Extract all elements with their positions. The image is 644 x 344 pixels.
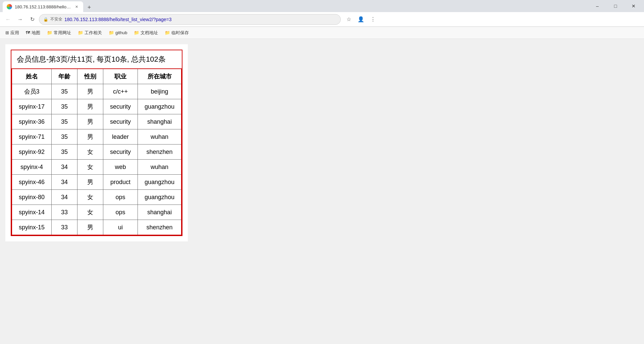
col-header-name: 姓名 [12,69,52,84]
table-body: 会员3 35 男 c/c++ beijing spyinx-17 35 男 se… [12,84,181,235]
folder-icon-4: 📁 [134,30,139,35]
cell-age-2: 35 [52,114,77,129]
page-content: 会员信息-第3页/共11页, 每页10条, 总共102条 姓名 年龄 性别 职业… [5,44,188,241]
forward-button[interactable]: → [15,14,25,25]
table-row: spyinx-15 33 男 ui shenzhen [12,220,181,235]
cell-age-0: 35 [52,84,77,99]
cell-name-0: 会员3 [12,84,52,99]
cell-age-6: 34 [52,175,77,190]
cell-gender-4: 女 [77,145,103,160]
cell-city-9: shenzhen [138,220,182,235]
table-row: spyinx-92 35 女 security shenzhen [12,145,181,160]
cell-age-8: 33 [52,205,77,220]
cell-name-4: spyinx-92 [12,145,52,160]
cell-name-3: spyinx-71 [12,129,52,145]
members-table: 姓名 年龄 性别 职业 所在城市 会员3 35 男 c/c++ beijing … [11,68,182,235]
table-row: spyinx-36 35 男 security shanghai [12,114,181,129]
bookmark-temp-label: 临时保存 [171,30,189,36]
nav-extras: ☆ 👤 ⋮ [343,14,378,25]
cell-gender-3: 男 [77,129,103,145]
bookmark-apps-label: 应用 [10,30,19,36]
bookmark-apps[interactable]: ⊞ 应用 [3,28,22,37]
tab-close-button[interactable]: ✕ [74,4,79,9]
cell-city-8: shanghai [138,205,182,220]
tab-title: 180.76.152.113:8888/hello/tes... [15,4,71,9]
cell-age-9: 33 [52,220,77,235]
maximize-button[interactable]: □ [608,0,623,12]
address-input[interactable] [64,17,336,22]
nav-bar: ← → ↻ 🔒 不安全 ☆ 👤 ⋮ [0,12,644,27]
cell-age-5: 34 [52,160,77,175]
bookmark-docs[interactable]: 📁 文档地址 [131,28,161,37]
col-header-gender: 性别 [77,69,103,84]
col-header-job: 职业 [103,69,138,84]
cell-job-8: ops [103,205,138,220]
cell-city-2: shanghai [138,114,182,129]
menu-button[interactable]: ⋮ [368,14,378,25]
cell-gender-5: 女 [77,160,103,175]
table-container: 会员信息-第3页/共11页, 每页10条, 总共102条 姓名 年龄 性别 职业… [11,50,182,236]
close-button[interactable]: ✕ [626,0,641,12]
not-secure-label: 不安全 [50,16,62,22]
map-icon: 🗺 [26,30,30,35]
table-row: 会员3 35 男 c/c++ beijing [12,84,181,99]
minimize-button[interactable]: – [590,0,605,12]
cell-city-3: wuhan [138,129,182,145]
cell-city-4: shenzhen [138,145,182,160]
cell-gender-0: 男 [77,84,103,99]
table-row: spyinx-80 34 女 ops guangzhou [12,190,181,205]
bookmark-map-label: 地图 [32,30,40,36]
cell-name-1: spyinx-17 [12,99,52,114]
apps-icon: ⊞ [5,30,9,35]
cell-job-4: security [103,145,138,160]
cell-city-1: guangzhou [138,99,182,114]
cell-gender-1: 男 [77,99,103,114]
cell-job-0: c/c++ [103,84,138,99]
bookmark-temp[interactable]: 📁 临时保存 [162,28,192,37]
cell-age-3: 35 [52,129,77,145]
table-row: spyinx-71 35 男 leader wuhan [12,129,181,145]
cell-gender-8: 女 [77,205,103,220]
cell-city-7: guangzhou [138,190,182,205]
cell-gender-2: 男 [77,114,103,129]
folder-icon-5: 📁 [165,30,170,35]
cell-name-8: spyinx-14 [12,205,52,220]
reload-button[interactable]: ↻ [27,14,38,25]
bookmark-work[interactable]: 📁 工作相关 [75,28,105,37]
col-header-city: 所在城市 [138,69,182,84]
cell-name-9: spyinx-15 [12,220,52,235]
table-row: spyinx-17 35 男 security guangzhou [12,99,181,114]
cell-gender-9: 男 [77,220,103,235]
bookmark-map[interactable]: 🗺 地图 [23,28,43,37]
page-title-container: 会员信息-第3页/共11页, 每页10条, 总共102条 [11,50,182,68]
user-profile-button[interactable]: 👤 [356,14,366,25]
cell-job-9: ui [103,220,138,235]
cell-job-3: leader [103,129,138,145]
cell-city-0: beijing [138,84,182,99]
bookmark-github-label: github [115,30,127,35]
cell-gender-7: 女 [77,190,103,205]
folder-icon-1: 📁 [47,30,52,35]
bookmark-star-button[interactable]: ☆ [343,14,354,25]
cell-job-5: web [103,160,138,175]
active-tab[interactable]: 180.76.152.113:8888/hello/tes... ✕ [3,1,83,12]
table-row: spyinx-14 33 女 ops shanghai [12,205,181,220]
cell-name-5: spyinx-4 [12,160,52,175]
bookmark-common-sites[interactable]: 📁 常用网址 [44,28,74,37]
table-row: spyinx-4 34 女 web wuhan [12,160,181,175]
cell-city-5: wuhan [138,160,182,175]
tab-bar: 180.76.152.113:8888/hello/tes... ✕ + – □… [0,0,644,12]
bookmarks-bar: ⊞ 应用 🗺 地图 📁 常用网址 📁 工作相关 📁 github 📁 文档地址 … [0,27,644,39]
bookmark-docs-label: 文档地址 [141,30,158,36]
folder-icon-3: 📁 [109,30,114,35]
cell-name-2: spyinx-36 [12,114,52,129]
cell-age-7: 34 [52,190,77,205]
cell-age-1: 35 [52,99,77,114]
folder-icon-2: 📁 [78,30,83,35]
new-tab-button[interactable]: + [85,3,94,12]
back-button[interactable]: ← [3,14,13,25]
cell-name-6: spyinx-46 [12,175,52,190]
tab-favicon [7,4,12,9]
bookmark-github[interactable]: 📁 github [106,29,130,37]
cell-name-7: spyinx-80 [12,190,52,205]
